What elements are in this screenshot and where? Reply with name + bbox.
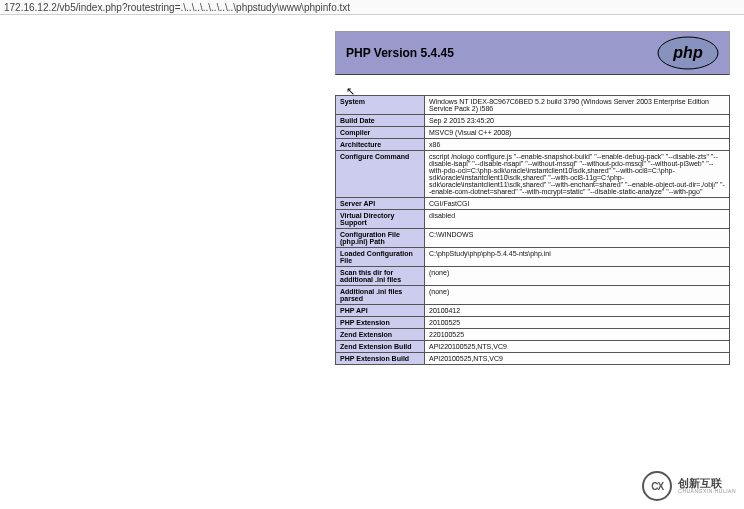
row-value: C:\phpStudy\php\php-5.4.45-nts\php.ini — [425, 248, 730, 267]
row-key: Configure Command — [336, 151, 425, 198]
svg-text:php: php — [672, 44, 703, 61]
table-row: PHP Extension BuildAPI20100525,NTS,VC9 — [336, 353, 730, 365]
phpinfo-panel: PHP Version 5.4.45 php SystemWindows NT … — [335, 31, 730, 365]
row-value: 220100525 — [425, 329, 730, 341]
row-key: Compiler — [336, 127, 425, 139]
row-key: Additional .ini files parsed — [336, 286, 425, 305]
table-row: Scan this dir for additional .ini files(… — [336, 267, 730, 286]
row-value: C:\WINDOWS — [425, 229, 730, 248]
row-value: 20100525 — [425, 317, 730, 329]
row-value: x86 — [425, 139, 730, 151]
table-row: Build DateSep 2 2015 23:45:20 — [336, 115, 730, 127]
address-bar[interactable]: 172.16.12.2/vb5/index.php?routestring=.\… — [0, 0, 744, 15]
php-logo-icon: php — [657, 36, 719, 70]
watermark-en: CHUANGXIN·HULIAN — [678, 489, 736, 494]
row-value: (none) — [425, 286, 730, 305]
table-row: Configure Commandcscript /nologo configu… — [336, 151, 730, 198]
address-bar-text: 172.16.12.2/vb5/index.php?routestring=.\… — [4, 2, 350, 13]
phpinfo-header: PHP Version 5.4.45 php — [335, 31, 730, 75]
row-key: Zend Extension Build — [336, 341, 425, 353]
table-row: SystemWindows NT IDEX-8C967C6BED 5.2 bui… — [336, 96, 730, 115]
row-value: MSVC9 (Visual C++ 2008) — [425, 127, 730, 139]
row-key: Loaded Configuration File — [336, 248, 425, 267]
row-key: PHP API — [336, 305, 425, 317]
row-value: Sep 2 2015 23:45:20 — [425, 115, 730, 127]
page-content: PHP Version 5.4.45 php SystemWindows NT … — [0, 15, 744, 509]
table-row: Zend Extension BuildAPI220100525,NTS,VC9 — [336, 341, 730, 353]
table-row: CompilerMSVC9 (Visual C++ 2008) — [336, 127, 730, 139]
table-row: Loaded Configuration FileC:\phpStudy\php… — [336, 248, 730, 267]
table-row: Server APICGI/FastCGI — [336, 198, 730, 210]
row-key: Build Date — [336, 115, 425, 127]
row-value: disabled — [425, 210, 730, 229]
table-row: Additional .ini files parsed(none) — [336, 286, 730, 305]
table-row: PHP API20100412 — [336, 305, 730, 317]
row-value: cscript /nologo configure.js "--enable-s… — [425, 151, 730, 198]
table-row: Virtual Directory Supportdisabled — [336, 210, 730, 229]
row-key: Virtual Directory Support — [336, 210, 425, 229]
row-key: Zend Extension — [336, 329, 425, 341]
table-row: Architecturex86 — [336, 139, 730, 151]
watermark-text: 创新互联 CHUANGXIN·HULIAN — [678, 478, 736, 494]
watermark: CX 创新互联 CHUANGXIN·HULIAN — [642, 471, 736, 501]
table-row: Zend Extension220100525 — [336, 329, 730, 341]
phpinfo-table: SystemWindows NT IDEX-8C967C6BED 5.2 bui… — [335, 95, 730, 365]
row-key: Scan this dir for additional .ini files — [336, 267, 425, 286]
row-key: Configuration File (php.ini) Path — [336, 229, 425, 248]
row-key: Architecture — [336, 139, 425, 151]
row-key: Server API — [336, 198, 425, 210]
row-value: API220100525,NTS,VC9 — [425, 341, 730, 353]
row-key: PHP Extension Build — [336, 353, 425, 365]
row-key: PHP Extension — [336, 317, 425, 329]
row-value: (none) — [425, 267, 730, 286]
table-row: PHP Extension20100525 — [336, 317, 730, 329]
row-value: Windows NT IDEX-8C967C6BED 5.2 build 379… — [425, 96, 730, 115]
row-value: API20100525,NTS,VC9 — [425, 353, 730, 365]
row-value: 20100412 — [425, 305, 730, 317]
row-value: CGI/FastCGI — [425, 198, 730, 210]
php-version-title: PHP Version 5.4.45 — [346, 46, 454, 60]
watermark-logo-icon: CX — [642, 471, 672, 501]
table-row: Configuration File (php.ini) PathC:\WIND… — [336, 229, 730, 248]
row-key: System — [336, 96, 425, 115]
